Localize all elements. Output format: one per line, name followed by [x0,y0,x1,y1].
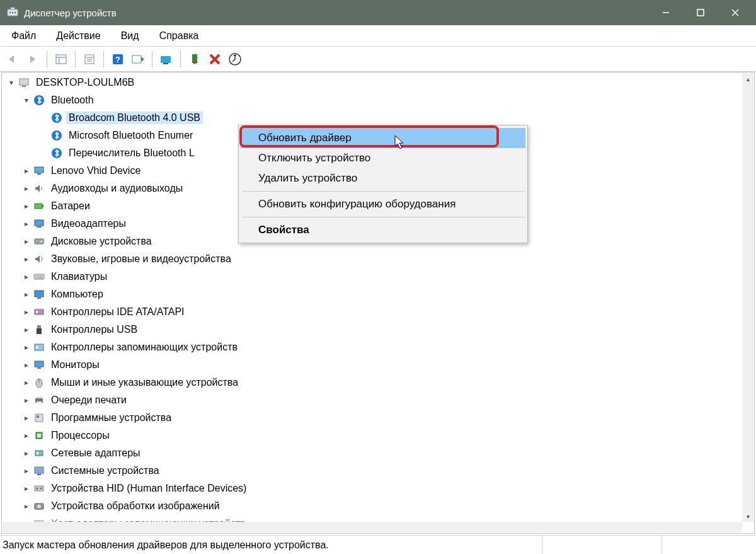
scroll-down-icon[interactable]: ▾ [742,511,753,522]
tree-cat-storage[interactable]: ▸ Контроллеры запоминающих устройств [3,338,742,356]
tree-cat-mouse[interactable]: ▸ Мыши и иные указывающие устройства [3,374,742,391]
chevron-right-icon[interactable]: ▸ [21,449,32,458]
uninstall-device-button[interactable] [206,50,224,68]
chevron-right-icon[interactable]: ▸ [21,237,32,246]
svg-rect-6 [697,9,704,16]
tree-cat-usb[interactable]: ▸ Контроллеры USB [3,321,742,338]
svg-rect-33 [35,204,42,209]
tree-item-label: Процессоры [49,429,112,442]
titlebar: Диспетчер устройств [0,0,756,25]
scroll-up-icon[interactable]: ▴ [742,73,753,84]
status-cell [662,536,756,554]
bluetooth-icon [32,93,46,107]
chevron-right-icon[interactable]: ▸ [21,466,32,475]
chevron-right-icon[interactable]: ▸ [21,219,32,228]
speaker-icon [32,182,46,195]
show-hide-tree-button[interactable] [52,50,70,68]
tree-item-label: Перечислитель Bluetooth L [66,147,197,159]
toolbar-separator [152,51,152,67]
chevron-right-icon[interactable]: ▸ [21,361,32,369]
chevron-right-icon[interactable]: ▸ [21,166,32,175]
scan-button[interactable] [129,50,147,68]
chevron-down-icon[interactable]: ▾ [6,78,17,87]
ctx-scan-hardware[interactable]: Обновить конфигурацию оборудования [241,194,525,214]
chevron-right-icon[interactable]: ▸ [21,413,32,422]
chevron-right-icon[interactable]: ▸ [21,184,32,193]
tree-cat-computer[interactable]: ▸ Компьютер [3,286,742,303]
tree-root[interactable]: ▾ DESKTOP-LOULM6B [3,74,742,91]
svg-point-4 [14,12,16,13]
enable-device-button[interactable] [186,50,203,68]
menu-file[interactable]: Файл [5,28,42,44]
vertical-scrollbar[interactable]: ▴ ▾ [742,73,753,522]
chevron-right-icon[interactable]: ▸ [21,255,32,263]
tree-cat-cpu[interactable]: ▸ Процессоры [3,427,742,444]
tree-item-label: Клавиатуры [49,270,110,283]
menu-view[interactable]: Вид [115,28,146,44]
chevron-right-icon[interactable]: ▸ [21,484,32,493]
chevron-right-icon[interactable]: ▸ [21,325,32,334]
ctx-update-driver[interactable]: Обновить драйвер [241,128,525,148]
tree-root-label: DESKTOP-LOULM6B [33,76,137,89]
context-menu: Обновить драйвер Отключить устройство Уд… [238,125,528,243]
tree-cat-hid[interactable]: ▸ Устройства HID (Human Interface Device… [3,480,742,497]
toolbar-separator [75,51,76,67]
ctx-item-label: Отключить устройство [258,152,370,164]
tree-bluetooth[interactable]: ▾ Bluetooth [3,91,742,109]
tree-item-label: Устройства обработки изображений [49,500,222,512]
properties-button[interactable] [81,50,98,68]
chevron-right-icon[interactable]: ▸ [21,502,32,511]
forward-button[interactable] [24,50,42,68]
speaker-icon [32,252,46,266]
chevron-right-icon[interactable]: ▸ [21,343,32,352]
tree-item-label: Звуковые, игровые и видеоустройства [49,253,234,265]
tree-cat-sound[interactable]: ▸ Звуковые, игровые и видеоустройства [3,250,742,268]
svg-rect-34 [42,205,43,207]
tree-cat-print[interactable]: ▸ Очереди печати [3,391,742,409]
svg-rect-35 [35,220,43,226]
tree-cat-imaging[interactable]: ▸ Устройства обработки изображений [3,497,742,515]
computer-icon [32,287,46,301]
horizontal-scrollbar[interactable] [3,522,742,533]
tree-cat-monitor[interactable]: ▸ Мониторы [3,356,742,374]
tree-cat-software[interactable]: ▸ Программные устройства [3,409,742,427]
close-button[interactable] [718,0,752,25]
tree-cat-keyboard[interactable]: ▸ Клавиатуры [3,268,742,286]
chevron-right-icon[interactable]: ▸ [21,290,32,299]
tree-item-label: Сетевые адаптеры [49,447,143,459]
tree-item-label: Устройства HID (Human Interface Devices) [49,482,249,495]
chevron-right-icon[interactable]: ▸ [21,202,32,211]
svg-rect-46 [37,325,41,328]
svg-rect-9 [56,55,66,64]
chevron-down-icon[interactable]: ▾ [21,96,32,105]
svg-text:?: ? [115,55,120,64]
ctx-properties[interactable]: Свойства [241,220,525,240]
svg-rect-39 [34,274,44,279]
svg-rect-21 [192,54,197,63]
tree-bt-broadcom[interactable]: Broadcom Bluetooth 4.0 USB [3,109,742,127]
back-button[interactable] [4,50,21,68]
chevron-right-icon[interactable]: ▸ [21,272,32,281]
menu-help[interactable]: Справка [153,28,205,44]
update-driver-button[interactable] [158,50,175,68]
ctx-item-label: Свойства [258,224,309,236]
chevron-right-icon[interactable]: ▸ [21,431,32,440]
chevron-right-icon[interactable]: ▸ [21,308,32,316]
svg-rect-51 [37,367,41,369]
chevron-right-icon[interactable]: ▸ [21,396,32,405]
tree-item-label: Аудиовходы и аудиовыходы [49,182,185,195]
menu-action[interactable]: Действие [50,28,106,44]
tree-cat-net[interactable]: ▸ Сетевые адаптеры [3,444,742,462]
ctx-uninstall-device[interactable]: Удалить устройство [241,168,525,188]
minimize-button[interactable] [648,0,683,25]
tree-cat-ide[interactable]: ▸ Контроллеры IDE ATA/ATAPI [3,303,742,321]
help-button[interactable]: ? [109,50,127,68]
chevron-right-icon[interactable]: ▸ [21,378,32,387]
ctx-disable-device[interactable]: Отключить устройство [241,148,525,168]
scan-hardware-button[interactable] [226,50,244,68]
tree-cat-system[interactable]: ▸ Системные устройства [3,462,742,480]
tree-bluetooth-label: Bluetooth [49,94,96,107]
maximize-button[interactable] [683,0,718,25]
ctx-item-label: Обновить конфигурацию оборудования [258,198,455,210]
svg-rect-65 [35,486,43,491]
